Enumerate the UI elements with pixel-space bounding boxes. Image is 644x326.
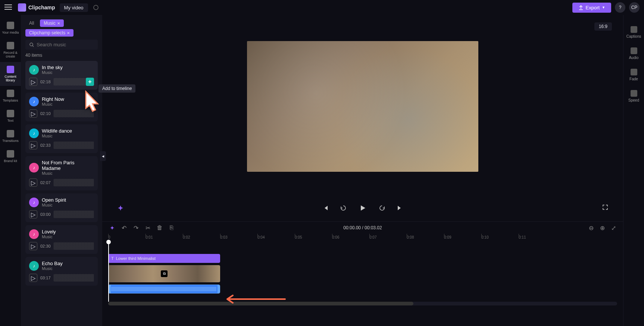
app-logo[interactable]: Clipchamp xyxy=(18,3,55,12)
search-box[interactable] xyxy=(25,40,98,50)
ruler-mark: 0:06 xyxy=(332,235,339,239)
fullscreen-button[interactable] xyxy=(602,204,608,212)
music-item[interactable]: ♪ Open Spirit Music ▷ 03:00 xyxy=(25,193,98,222)
sync-icon xyxy=(93,4,99,11)
help-icon[interactable]: ? xyxy=(615,2,625,13)
music-item[interactable]: ♪ Lovely Music ▷ 02:30 xyxy=(25,225,98,254)
zoom-in-button[interactable]: ⊕ xyxy=(598,224,606,232)
duration: 02:07 xyxy=(40,180,51,185)
music-item[interactable]: ♪ In the sky Music ▷ 02:18 + xyxy=(25,61,98,90)
title-clip[interactable]: T Lower third Minimalist xyxy=(108,254,220,263)
filter-all[interactable]: All xyxy=(25,19,38,27)
nav-record[interactable]: Record & create xyxy=(0,38,21,62)
duration: 02:18 xyxy=(40,80,51,84)
nav-transitions[interactable]: Transitions xyxy=(0,126,21,146)
nav-brand-kit[interactable]: Brand kit xyxy=(0,146,21,167)
undo-button[interactable]: ↶ xyxy=(120,224,128,232)
zoom-out-button[interactable]: ⊖ xyxy=(587,224,595,232)
ruler-mark: 0:01 xyxy=(146,235,153,239)
app-header: Clipchamp My video Export ▼ ? CP xyxy=(0,0,644,15)
nav-templates[interactable]: Templates xyxy=(0,86,21,106)
music-icon: ♪ xyxy=(29,65,39,75)
music-subtitle: Music xyxy=(42,70,94,75)
text-icon xyxy=(7,110,14,117)
preview-play-button[interactable]: ▷ xyxy=(29,210,37,218)
ruler-mark: 0:10 xyxy=(481,235,488,239)
duration: 02:33 xyxy=(40,143,51,148)
right-rail: Captions Audio Fade Speed xyxy=(623,15,644,326)
skip-back-button[interactable] xyxy=(321,204,330,212)
music-item[interactable]: ♪ Wildlife dance Music ▷ 02:33 xyxy=(25,124,98,153)
waveform xyxy=(54,211,94,218)
search-input[interactable] xyxy=(37,42,94,47)
music-icon: ♪ xyxy=(29,97,39,106)
player-controls xyxy=(102,198,623,221)
rail-captions[interactable]: Captions xyxy=(623,22,644,43)
text-icon: T xyxy=(111,256,114,261)
waveform xyxy=(54,179,94,186)
rail-audio[interactable]: Audio xyxy=(623,43,644,64)
video-frame[interactable] xyxy=(247,41,478,172)
skip-forward-button[interactable] xyxy=(396,204,404,212)
templates-icon xyxy=(7,90,14,97)
user-avatar[interactable]: CP xyxy=(629,2,640,13)
preview-play-button[interactable]: ▷ xyxy=(29,141,37,149)
fade-icon xyxy=(631,69,637,75)
transition-icon[interactable]: ⧉ xyxy=(161,270,168,277)
filter-clipchamp-selects[interactable]: Clipchamp selects✕ xyxy=(25,29,74,37)
music-title: Not From Paris Madame xyxy=(42,160,94,171)
redo-button[interactable]: ↷ xyxy=(132,224,140,232)
timecode: 00:00.00 / 00:03.02 xyxy=(343,225,382,230)
timeline-tracks[interactable]: T Lower third Minimalist ⧉ xyxy=(102,243,623,302)
export-button[interactable]: Export ▼ xyxy=(572,3,612,13)
music-title: Open Spirit xyxy=(42,197,94,203)
preview-play-button[interactable]: ▷ xyxy=(29,274,37,282)
app-name: Clipchamp xyxy=(28,4,55,10)
nav-your-media[interactable]: Your media xyxy=(0,18,21,38)
menu-icon[interactable] xyxy=(4,3,13,12)
duration: 03:17 xyxy=(40,276,51,280)
close-icon[interactable]: ✕ xyxy=(57,21,60,25)
preview-play-button[interactable]: ▷ xyxy=(29,242,37,250)
panel-collapse-toggle[interactable]: ◀ xyxy=(100,151,106,161)
copy-button[interactable]: ⎘ xyxy=(168,224,175,232)
timeline-area: ✦ ↶ ↷ ✂ 🗑 ⎘ 00:00.00 / 00:03.02 ⊖ ⊕ ⤢ 00… xyxy=(102,221,623,326)
cut-button[interactable]: ✂ xyxy=(144,224,151,232)
preview-play-button[interactable]: ▷ xyxy=(29,78,37,86)
music-item[interactable]: ♪ Not From Paris Madame Music ▷ 02:07 xyxy=(25,156,98,190)
filter-music[interactable]: Music✕ xyxy=(40,19,63,27)
rail-fade[interactable]: Fade xyxy=(623,64,644,86)
preview-play-button[interactable]: ▷ xyxy=(29,178,37,187)
close-icon[interactable]: ✕ xyxy=(67,31,70,35)
video-clip[interactable]: ⧉ xyxy=(108,265,220,282)
music-item[interactable]: ♪ Echo Bay Music ▷ 03:17 xyxy=(25,257,98,286)
nav-content-library[interactable]: Content library xyxy=(0,62,21,86)
music-title: In the sky xyxy=(42,65,94,70)
ai-sparkle-icon[interactable] xyxy=(117,205,124,211)
ruler-mark: 0:04 xyxy=(257,235,265,239)
music-title: Lovely xyxy=(42,229,94,235)
preview-play-button[interactable]: ▷ xyxy=(29,109,37,118)
audio-clip[interactable] xyxy=(108,285,220,294)
waveform xyxy=(54,142,94,149)
waveform xyxy=(54,242,94,250)
svg-line-2 xyxy=(32,46,34,47)
add-to-timeline-button[interactable]: + xyxy=(86,78,94,86)
play-button[interactable] xyxy=(357,202,369,214)
timeline-scrollbar[interactable] xyxy=(108,302,617,305)
project-name[interactable]: My video xyxy=(60,3,88,12)
rewind-button[interactable] xyxy=(339,204,348,212)
timeline-ruler[interactable]: 00:010:020:030:040:050:060:070:080:090:1… xyxy=(102,234,623,243)
audio-handle-right[interactable] xyxy=(218,285,220,293)
forward-button[interactable] xyxy=(378,204,387,212)
fit-button[interactable]: ⤢ xyxy=(610,224,617,232)
nav-text[interactable]: Text xyxy=(0,106,21,126)
ruler-mark: 0:05 xyxy=(295,235,302,239)
playhead[interactable] xyxy=(108,243,109,302)
ruler-mark: 0:08 xyxy=(407,235,414,239)
rail-speed[interactable]: Speed xyxy=(623,86,644,107)
add-button[interactable]: ✦ xyxy=(108,224,116,232)
search-icon xyxy=(29,42,34,47)
aspect-ratio-badge[interactable]: 16:9 xyxy=(594,22,612,31)
delete-button[interactable]: 🗑 xyxy=(156,224,163,232)
